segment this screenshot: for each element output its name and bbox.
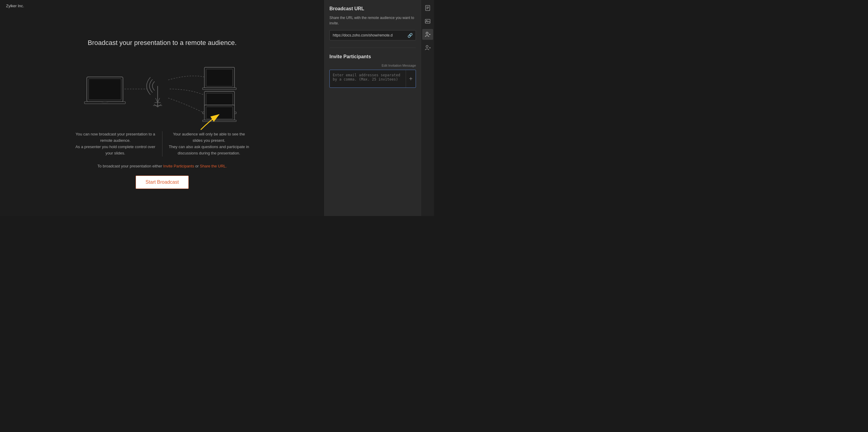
top-bar: Zylker Inc.: [0, 0, 324, 12]
broadcast-illustration: [78, 56, 247, 122]
broadcast-url-title: Broadcast URL: [330, 6, 416, 11]
main-body: Broadcast your presentation to a remote …: [0, 12, 324, 216]
desc-left: You can now broadcast your presentation …: [75, 131, 162, 156]
section-divider: [330, 48, 416, 48]
person-plus-icon: [425, 45, 431, 51]
image-icon-btn[interactable]: [422, 16, 433, 27]
invite-prefix: To broadcast your presentation either: [97, 164, 163, 168]
broadcast-url-section: Broadcast URL Share the URL with the rem…: [330, 6, 416, 40]
invite-participants-link[interactable]: Invite Participants: [163, 164, 194, 168]
description-row: You can now broadcast your presentation …: [75, 131, 250, 156]
desc-left-text2: As a presenter you hold complete control…: [75, 144, 155, 155]
email-input[interactable]: [330, 70, 406, 87]
add-email-button[interactable]: +: [406, 70, 415, 87]
svg-rect-19: [206, 107, 233, 119]
illustration-svg: [78, 56, 247, 122]
invite-participants-section: Invite Participants Edit Invitation Mess…: [330, 54, 416, 88]
svg-rect-20: [203, 120, 236, 122]
person-add-icon-btn[interactable]: [422, 29, 433, 40]
broadcast-url-desc: Share the URL with the remote audience y…: [330, 15, 416, 26]
url-row: https://docs.zoho.com/show/remote.d 🔗: [330, 30, 416, 40]
person-plus-icon-btn[interactable]: [422, 42, 433, 53]
svg-line-8: [156, 98, 158, 103]
url-text: https://docs.zoho.com/show/remote.d: [333, 33, 405, 37]
svg-point-28: [426, 32, 428, 34]
desc-right-text2: They can also ask questions and particip…: [169, 144, 249, 155]
desc-right: Your audience will only be able to see t…: [162, 131, 250, 156]
desc-left-text: You can now broadcast your presentation …: [76, 132, 155, 143]
svg-point-4: [101, 102, 108, 104]
desc-right-text1: Your audience will only be able to see t…: [173, 132, 245, 143]
image-icon: [425, 18, 431, 24]
start-broadcast-button[interactable]: Start Broadcast: [135, 176, 189, 189]
share-url-link[interactable]: Share the URL.: [200, 164, 227, 168]
svg-line-9: [158, 98, 160, 103]
copy-link-icon[interactable]: 🔗: [407, 33, 412, 38]
sidebar-content: Broadcast URL Share the URL with the rem…: [324, 0, 421, 216]
svg-rect-26: [425, 19, 430, 23]
invite-description: To broadcast your presentation either In…: [97, 164, 227, 168]
document-icon: [425, 5, 431, 11]
main-content: Zylker Inc. Broadcast your presentation …: [0, 0, 324, 216]
invite-or: or: [194, 164, 200, 168]
svg-point-31: [426, 46, 428, 48]
email-input-row: +: [330, 70, 416, 88]
invite-participants-title: Invite Participants: [330, 54, 416, 59]
svg-rect-13: [206, 69, 233, 86]
main-title: Broadcast your presentation to a remote …: [88, 39, 237, 47]
person-add-icon: [425, 31, 431, 37]
svg-rect-2: [89, 79, 121, 100]
right-sidebar: Broadcast URL Share the URL with the rem…: [324, 0, 421, 216]
icon-panel: [421, 0, 434, 216]
document-icon-btn[interactable]: [422, 2, 433, 13]
edit-invitation-link[interactable]: Edit Invitation Message: [330, 64, 416, 67]
svg-rect-14: [203, 88, 236, 90]
company-name: Zylker Inc.: [6, 4, 24, 8]
